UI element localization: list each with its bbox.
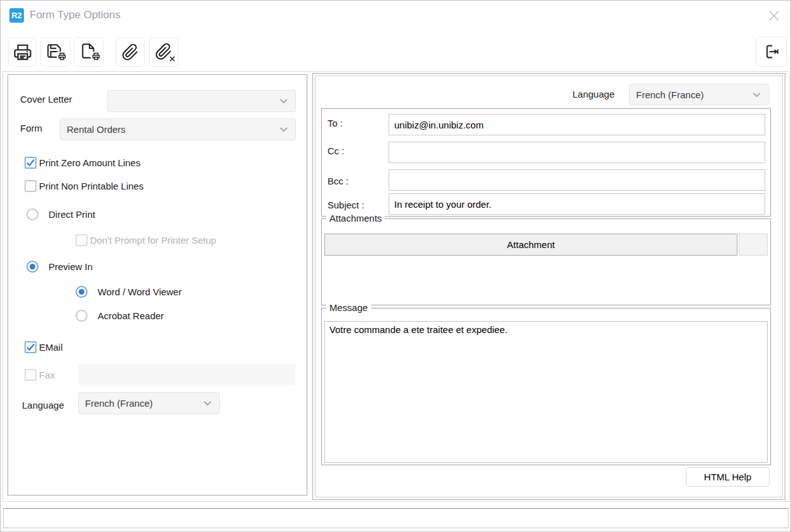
direct-print-radio[interactable] <box>26 208 38 220</box>
message-legend: Message <box>326 302 371 313</box>
acrobat-reader-label: Acrobat Reader <box>98 310 164 321</box>
dont-prompt-checkbox[interactable] <box>76 234 88 246</box>
print-non-printable-label: Print Non Printable Lines <box>39 181 144 191</box>
print-button[interactable] <box>8 37 37 67</box>
attachment-column-header[interactable]: Attachment <box>324 234 737 256</box>
small-x-icon <box>169 56 175 62</box>
email-checkbox[interactable] <box>25 341 37 353</box>
print-zero-checkbox[interactable] <box>25 157 37 169</box>
preview-in-radio[interactable] <box>26 261 38 273</box>
subject-label: Subject : <box>327 200 364 210</box>
email-options-panel: Language French (France) To : Cc : Bcc :… <box>312 73 785 500</box>
word-viewer-label: Word / Word Viewer <box>98 286 181 297</box>
mini-printer-icon <box>57 52 67 61</box>
cc-input[interactable] <box>389 142 765 163</box>
form-label: Form <box>20 123 42 133</box>
cc-label: Cc : <box>327 145 344 156</box>
email-label: EMail <box>39 342 63 353</box>
language-value: French (France) <box>85 398 202 409</box>
fax-number-field[interactable] <box>78 364 295 385</box>
bcc-label: Bcc : <box>327 176 348 186</box>
cover-letter-label: Cover Letter <box>20 94 72 105</box>
email-language-label: Language <box>572 89 615 99</box>
word-viewer-radio[interactable] <box>76 286 88 298</box>
to-label: To : <box>327 118 343 128</box>
attach-button[interactable] <box>116 37 145 67</box>
chevron-down-icon <box>278 96 289 106</box>
form-select[interactable]: Rental Orders <box>60 118 296 140</box>
html-help-button[interactable]: HTML Help <box>686 467 770 487</box>
to-input[interactable] <box>389 114 765 135</box>
dialog-title: Form Type Options <box>30 9 120 21</box>
cover-letter-select[interactable] <box>107 90 296 112</box>
direct-print-label: Direct Print <box>48 209 95 220</box>
print-zero-label: Print Zero Amount Lines <box>39 157 140 168</box>
paperclip-icon <box>122 43 139 61</box>
fax-label: Fax <box>39 370 55 380</box>
dont-prompt-label: Don't Prompt for Printer Setup <box>90 235 216 246</box>
subject-input[interactable] <box>389 193 765 215</box>
attachments-legend: Attachments <box>326 213 385 224</box>
print-non-printable-checkbox[interactable] <box>25 180 37 192</box>
acrobat-reader-radio[interactable] <box>76 310 88 322</box>
chevron-down-icon <box>202 398 213 409</box>
form-type-options-dialog: R2 Form Type Options <box>0 0 791 532</box>
email-language-value: French (France) <box>636 89 751 100</box>
attachments-group: Attachments Attachment <box>321 218 771 305</box>
save-print-button[interactable] <box>40 37 71 67</box>
print-options-panel: Cover Letter Form Rental Orders Print Ze… <box>8 74 307 495</box>
chevron-down-icon <box>751 89 762 100</box>
attachments-list[interactable] <box>324 256 768 302</box>
bcc-input[interactable] <box>389 169 765 191</box>
close-icon <box>766 8 782 23</box>
fax-checkbox[interactable] <box>25 369 37 381</box>
preview-in-label: Preview In <box>48 261 93 272</box>
attachment-header-stub <box>739 234 768 256</box>
address-group: To : Cc : Bcc : Subject : <box>321 108 771 217</box>
message-group: Message Votre commande a ete traitee et … <box>321 308 771 465</box>
language-select[interactable]: French (France) <box>78 392 220 414</box>
message-textarea[interactable]: Votre commande a ete traitee et expediee… <box>324 321 768 463</box>
email-language-select[interactable]: French (France) <box>629 84 769 105</box>
remove-attachment-button[interactable] <box>149 37 179 67</box>
chevron-down-icon <box>278 124 289 135</box>
check-icon <box>25 342 36 353</box>
check-icon <box>25 157 36 168</box>
r2-logo: R2 <box>9 8 24 23</box>
form-value: Rental Orders <box>67 124 278 135</box>
status-bar <box>3 508 788 528</box>
form-print-button[interactable] <box>74 37 104 67</box>
language-label: Language <box>22 400 64 410</box>
mini-printer-icon <box>91 52 101 61</box>
close-button[interactable] <box>765 7 783 25</box>
printer-icon <box>13 43 32 62</box>
exit-icon <box>763 43 780 60</box>
exit-button[interactable] <box>756 37 787 67</box>
